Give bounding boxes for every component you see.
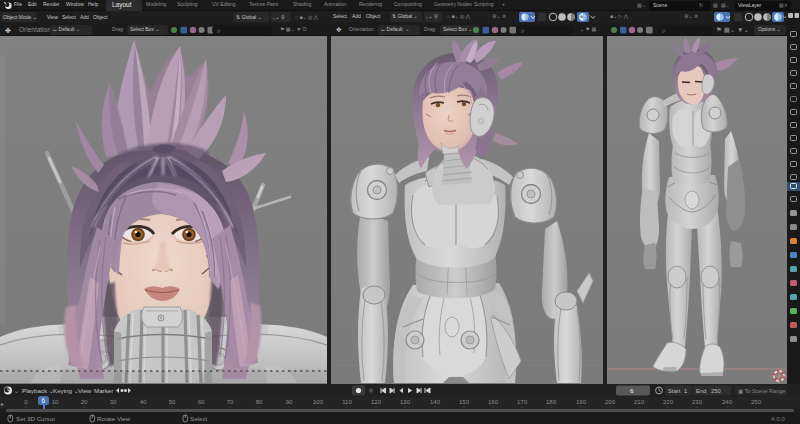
svg-text:70: 70 xyxy=(227,399,234,405)
svg-text:250: 250 xyxy=(711,388,721,394)
svg-text:Rotate View: Rotate View xyxy=(97,415,131,422)
svg-text:Select: Select xyxy=(190,415,207,422)
svg-text:180: 180 xyxy=(546,399,557,405)
svg-text:View: View xyxy=(78,387,92,394)
svg-text:0: 0 xyxy=(24,399,28,405)
svg-text:170: 170 xyxy=(517,399,528,405)
svg-text:50: 50 xyxy=(169,399,176,405)
svg-text:10: 10 xyxy=(52,399,59,405)
svg-text:30: 30 xyxy=(110,399,117,405)
svg-text:120: 120 xyxy=(371,399,382,405)
svg-text:140: 140 xyxy=(430,399,441,405)
svg-text:200: 200 xyxy=(605,399,616,405)
svg-text:Marker: Marker xyxy=(94,387,113,394)
svg-text:⌄: ⌄ xyxy=(14,388,19,394)
svg-text:210: 210 xyxy=(634,399,645,405)
svg-text:190: 190 xyxy=(576,399,587,405)
svg-text:40: 40 xyxy=(140,399,147,405)
svg-text:110: 110 xyxy=(342,399,352,405)
svg-text:230: 230 xyxy=(692,399,703,405)
svg-text:250: 250 xyxy=(751,399,762,405)
svg-text:6: 6 xyxy=(630,387,634,394)
svg-text:Set 3D Cursor: Set 3D Cursor xyxy=(16,415,55,422)
svg-text:130: 130 xyxy=(400,399,411,405)
svg-text:100: 100 xyxy=(313,399,324,405)
svg-text:220: 220 xyxy=(663,399,674,405)
svg-text:1: 1 xyxy=(684,388,687,394)
svg-text:20: 20 xyxy=(81,399,88,405)
svg-text:90: 90 xyxy=(286,399,293,405)
svg-text:Start: Start xyxy=(668,388,681,394)
svg-text:60: 60 xyxy=(198,399,205,405)
svg-text:150: 150 xyxy=(459,399,470,405)
svg-text:End: End xyxy=(696,388,706,394)
svg-text:160: 160 xyxy=(488,399,499,405)
svg-text:4.0.0: 4.0.0 xyxy=(771,415,785,422)
svg-text:240: 240 xyxy=(722,399,733,405)
svg-text:Keying ⌄: Keying ⌄ xyxy=(53,387,79,394)
svg-text:▣ To Scene Range: ▣ To Scene Range xyxy=(738,388,785,394)
svg-text:80: 80 xyxy=(256,399,263,405)
svg-text:Playback ⌄: Playback ⌄ xyxy=(22,387,54,394)
